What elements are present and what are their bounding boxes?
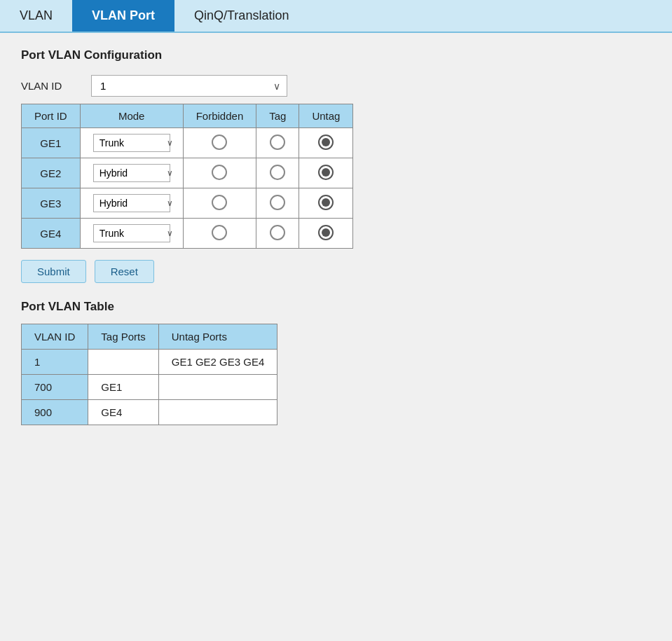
forbidden-radio[interactable] <box>212 225 227 240</box>
port-id-cell: GE1 <box>22 128 81 158</box>
mode-select[interactable]: AccessTrunkHybrid <box>93 164 170 182</box>
tab-vlan-port[interactable]: VLAN Port <box>72 0 174 32</box>
vlan-id-label: VLAN ID <box>21 80 77 92</box>
untag-radio[interactable] <box>318 135 334 150</box>
config-section-title: Port VLAN Configuration <box>21 48 651 62</box>
tab-vlan[interactable]: VLAN <box>0 0 72 32</box>
mode-cell: AccessTrunkHybrid <box>80 188 183 219</box>
submit-button[interactable]: Submit <box>21 260 86 283</box>
tag-cell[interactable] <box>256 128 299 158</box>
untag-radio[interactable] <box>318 195 334 210</box>
vlan-id-row: VLAN ID 1 700 900 <box>21 75 651 97</box>
tag-radio[interactable] <box>270 195 285 210</box>
forbidden-cell[interactable] <box>183 128 256 158</box>
untag-radio[interactable] <box>318 225 334 240</box>
tag-cell[interactable] <box>256 158 299 188</box>
vlan-table-id-cell: 700 <box>22 375 88 400</box>
tag-radio[interactable] <box>270 225 285 240</box>
page-container: VLAN VLAN Port QinQ/Translation Port VLA… <box>0 0 672 641</box>
tag-radio[interactable] <box>270 165 285 180</box>
vlan-table-col-header: Tag Ports <box>88 324 158 350</box>
vlan-table-tag-ports-cell: GE1 <box>88 375 158 400</box>
vlan-table: VLAN IDTag PortsUntag Ports 1GE1 GE2 GE3… <box>21 324 277 425</box>
vlan-table-untag-ports-cell <box>158 375 277 400</box>
port-id-cell: GE4 <box>22 219 81 249</box>
col-header-untag: Untag <box>299 104 353 128</box>
vlan-table-untag-ports-cell: GE1 GE2 GE3 GE4 <box>158 350 277 375</box>
col-header-port-id: Port ID <box>22 104 81 128</box>
untag-cell[interactable] <box>299 158 353 188</box>
vlan-table-col-header: Untag Ports <box>158 324 277 350</box>
untag-cell[interactable] <box>299 219 353 249</box>
untag-cell[interactable] <box>299 188 353 219</box>
mode-cell: AccessTrunkHybrid <box>80 219 183 249</box>
reset-button[interactable]: Reset <box>95 260 154 283</box>
forbidden-radio[interactable] <box>212 165 227 180</box>
port-id-cell: GE2 <box>22 158 81 188</box>
mode-cell: AccessTrunkHybrid <box>80 158 183 188</box>
table-section-title: Port VLAN Table <box>21 300 651 314</box>
mode-cell: AccessTrunkHybrid <box>80 128 183 158</box>
forbidden-radio[interactable] <box>212 195 227 210</box>
config-table: Port ID Mode Forbidden Tag Untag GE1Acce… <box>21 104 353 249</box>
vlan-table-id-cell: 1 <box>22 350 88 375</box>
forbidden-radio[interactable] <box>212 135 227 150</box>
vlan-table-untag-ports-cell <box>158 400 277 425</box>
untag-cell[interactable] <box>299 128 353 158</box>
mode-select[interactable]: AccessTrunkHybrid <box>93 134 170 152</box>
vlan-table-tag-ports-cell: GE4 <box>88 400 158 425</box>
vlan-table-col-header: VLAN ID <box>22 324 88 350</box>
vlan-id-select[interactable]: 1 700 900 <box>91 75 287 97</box>
port-id-cell: GE3 <box>22 188 81 219</box>
untag-radio[interactable] <box>318 165 334 180</box>
tag-cell[interactable] <box>256 188 299 219</box>
tab-bar: VLAN VLAN Port QinQ/Translation <box>0 0 672 33</box>
mode-select[interactable]: AccessTrunkHybrid <box>93 194 170 212</box>
mode-select[interactable]: AccessTrunkHybrid <box>93 224 170 242</box>
forbidden-cell[interactable] <box>183 158 256 188</box>
tag-cell[interactable] <box>256 219 299 249</box>
col-header-mode: Mode <box>80 104 183 128</box>
vlan-table-tag-ports-cell <box>88 350 158 375</box>
forbidden-cell[interactable] <box>183 188 256 219</box>
tab-qinq[interactable]: QinQ/Translation <box>174 0 308 32</box>
vlan-table-id-cell: 900 <box>22 400 88 425</box>
main-content: Port VLAN Configuration VLAN ID 1 700 90… <box>0 33 672 441</box>
button-row: Submit Reset <box>21 260 651 283</box>
col-header-forbidden: Forbidden <box>183 104 256 128</box>
vlan-id-select-wrapper: 1 700 900 <box>91 75 287 97</box>
forbidden-cell[interactable] <box>183 219 256 249</box>
tag-radio[interactable] <box>270 135 285 150</box>
col-header-tag: Tag <box>256 104 299 128</box>
